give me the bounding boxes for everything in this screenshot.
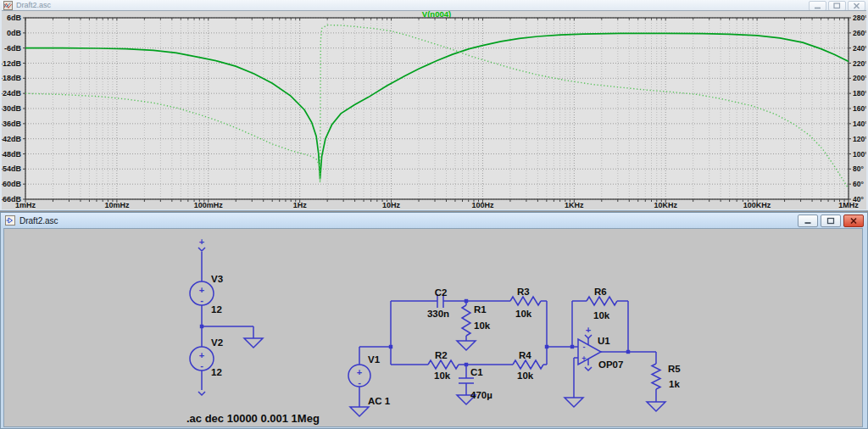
restore-button[interactable] [821, 214, 841, 227]
y-right-tick-label: 240° [853, 44, 866, 53]
y-right-tick-label: 280° [853, 14, 866, 22]
opamp-vplus-label: + [586, 325, 591, 335]
component-value: OP07 [598, 359, 623, 370]
schematic-window-titlebar[interactable]: Draft2.asc [1, 213, 867, 228]
ground-icon[interactable] [565, 398, 583, 407]
y-left-tick-label: -42dB [2, 135, 21, 143]
waveform-pane: V(n004) 1mHz10mHz100mHz1Hz10Hz100Hz1KHz1… [2, 10, 866, 209]
pin-chevron-icon [198, 248, 205, 251]
source-minus: - [200, 295, 203, 305]
component-value: 12 [211, 367, 222, 377]
x-tick-label: 1KHz [565, 201, 584, 209]
y-left-tick-label: -12dB [2, 59, 21, 68]
y-right-tick-label: 120° [853, 135, 866, 143]
close-button[interactable] [843, 214, 864, 227]
y-left-tick-label: -36dB [2, 120, 21, 128]
junction-dots [200, 299, 630, 366]
bode-plot[interactable]: V(n004) 1mHz10mHz100mHz1Hz10Hz100Hz1KHz1… [2, 10, 866, 209]
ground-symbols[interactable] [244, 338, 665, 416]
ground-icon[interactable] [647, 402, 665, 411]
component-value: 10k [515, 309, 532, 319]
y-left-tick-label: -66dB [2, 195, 21, 203]
component-V3[interactable]: + - V3 12 [190, 274, 223, 315]
close-icon [853, 3, 860, 9]
source-minus: - [200, 360, 203, 370]
minimize-icon [804, 217, 812, 225]
x-tick-label: 10mHz [104, 201, 130, 209]
component-value: AC 1 [368, 396, 391, 406]
pin-chevron-icon [585, 367, 592, 370]
x-tick-label: 10KHz [654, 201, 677, 209]
y-right-tick-label: 80° [853, 164, 864, 173]
component-R6[interactable]: R6 10k [587, 287, 617, 320]
minimize-icon [814, 3, 821, 9]
ground-icon[interactable] [244, 338, 263, 348]
y-right-tick-label: 140° [853, 120, 866, 128]
x-tick-label: 1Hz [293, 201, 308, 209]
component-ref: R3 [517, 287, 530, 297]
x-tick-label: 10Hz [382, 201, 401, 209]
y-right-tick-label: 200° [853, 74, 866, 82]
opamp-inverting-input-label: - [583, 343, 586, 351]
component-ref: R1 [474, 304, 487, 315]
y-right-tick-label: 100° [853, 150, 866, 159]
component-ref: R6 [594, 287, 607, 297]
component-value: 10k [474, 320, 491, 331]
waveform-window: Draft2.asc V(n004) 1mHz10mHz100mHz1Hz10H… [0, 0, 868, 211]
component-ref: U1 [598, 336, 610, 346]
component-ref: R5 [668, 364, 681, 374]
y-left-tick-label: -60dB [2, 180, 21, 188]
component-value: 10k [593, 310, 610, 320]
component-value: 12 [211, 304, 222, 315]
component-U1-opamp[interactable]: - + U1 OP07 [578, 336, 623, 370]
x-tick-label: 100KHz [743, 201, 771, 209]
restore-icon [826, 217, 835, 225]
schematic-window-title: Draft2.asc [19, 216, 58, 226]
source-minus: - [358, 377, 361, 387]
y-left-tick-label: 6dB [7, 14, 22, 22]
component-value: 10k [517, 370, 534, 381]
component-ref: V3 [211, 274, 223, 284]
spice-directive[interactable]: .ac dec 10000 0.001 1Meg [186, 412, 320, 425]
vplus-pin-label: + [199, 237, 204, 247]
component-R1[interactable]: R1 10k [462, 304, 491, 336]
schematic-window-icon [5, 215, 15, 226]
component-R5[interactable]: R5 1k [652, 364, 681, 389]
component-ref: V2 [211, 337, 223, 348]
pin-chevron-icon [585, 335, 592, 338]
y-left-tick-label: -24dB [2, 89, 21, 98]
component-R3[interactable]: R3 10k [510, 287, 541, 319]
component-value: 330n [427, 309, 449, 319]
y-right-tick-label: 220° [853, 59, 866, 68]
component-V1[interactable]: + - V1 AC 1 [348, 354, 391, 406]
schematic-window: Draft2.asc [0, 212, 868, 429]
component-R2[interactable]: R2 10k [428, 350, 459, 381]
component-value: 10k [434, 370, 451, 381]
y-left-tick-label: -54dB [2, 164, 21, 173]
y-right-tick-label: 60° [853, 180, 864, 188]
y-left-tick-label: -6dB [4, 44, 22, 53]
component-C2[interactable]: C2 330n [427, 287, 449, 319]
component-ref: V1 [368, 354, 381, 365]
waveform-window-title: Draft2.asc [16, 1, 51, 9]
restore-icon [833, 3, 841, 9]
component-ref: R4 [519, 350, 531, 360]
component-ref: R2 [435, 350, 448, 360]
y-left-tick-label: -48dB [2, 150, 21, 159]
pin-chevron-icon [198, 392, 205, 395]
y-left-tick-label: -30dB [2, 104, 21, 113]
waveform-window-titlebar[interactable]: Draft2.asc [0, 0, 868, 10]
ground-icon[interactable] [350, 407, 369, 416]
component-R4[interactable]: R4 10k [513, 350, 543, 381]
ground-icon[interactable] [457, 341, 476, 350]
component-V2[interactable]: + - V2 12 [190, 337, 223, 377]
source-plus: + [199, 285, 204, 295]
minimize-button[interactable] [798, 214, 818, 227]
x-tick-label: 100mHz [194, 201, 224, 209]
close-icon [849, 217, 858, 225]
y-left-tick-label: 0dB [7, 29, 22, 37]
opamp-noninverting-input-label: + [581, 354, 586, 363]
component-ref: C1 [470, 367, 483, 377]
schematic-canvas[interactable]: + + + - V3 12 + - V2 12 [3, 228, 863, 427]
y-right-tick-label: 40° [853, 195, 864, 203]
